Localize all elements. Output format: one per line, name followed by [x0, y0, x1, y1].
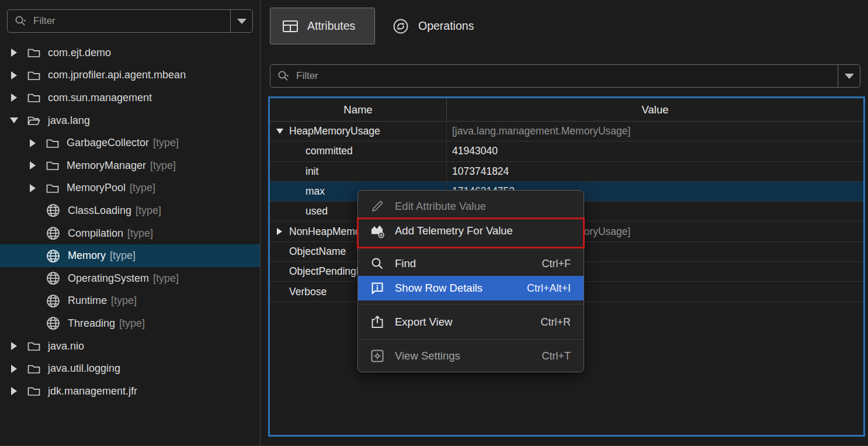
chevron-right-icon[interactable] — [275, 228, 284, 235]
attributes-table-icon — [282, 19, 298, 33]
menu-item-edit-attribute-value: Edit Attribute Value — [358, 194, 584, 219]
chevron-right-icon[interactable] — [9, 49, 19, 57]
info-bubble-icon — [370, 281, 385, 296]
tree-item-runtime[interactable]: Runtime [type] — [0, 290, 260, 313]
globe-icon — [46, 316, 61, 331]
folder-icon — [27, 92, 41, 103]
menu-item-shortcut: Ctrl+Alt+I — [527, 282, 571, 295]
tab-operations[interactable]: Operations — [385, 8, 481, 44]
folder-icon — [27, 363, 41, 375]
tree-item-label: Runtime — [68, 295, 107, 307]
tree-filter-input-wrap — [8, 10, 230, 32]
menu-item-shortcut: Ctrl+F — [542, 258, 571, 270]
menu-item-find[interactable]: Find Ctrl+F — [358, 251, 584, 276]
tree-item-label: com.ejt.demo — [48, 47, 111, 59]
tree-item-memory[interactable]: Memory [type] — [0, 244, 260, 267]
attribute-name: init — [305, 165, 318, 178]
tree-item-com-ejt-demo[interactable]: com.ejt.demo — [0, 42, 260, 64]
mbean-tree: com.ejt.demo com.jprofiler.api.agent.mbe… — [0, 42, 260, 403]
menu-item-label: Show Row Details — [395, 282, 482, 295]
chevron-right-icon[interactable] — [28, 184, 37, 192]
globe-icon — [46, 293, 61, 309]
folder-icon — [46, 137, 60, 149]
tree-item-threading[interactable]: Threading [type] — [0, 312, 260, 335]
chevron-right-icon[interactable] — [9, 387, 19, 395]
tree-item-memorymanager[interactable]: MemoryManager [type] — [0, 154, 260, 177]
attributes-filter — [270, 64, 860, 88]
attribute-name: used — [305, 205, 328, 217]
menu-separator — [358, 304, 584, 305]
attributes-filter-input-wrap — [270, 65, 838, 87]
attributes-filter-dropdown-button[interactable] — [838, 65, 860, 87]
folder-icon — [27, 70, 41, 81]
chevron-right-icon[interactable] — [28, 161, 37, 170]
table-row-heapmemoryusage[interactable]: HeapMemoryUsage [java.lang.management.Me… — [270, 122, 863, 141]
attribute-name: committed — [305, 145, 353, 157]
tree-item-garbagecollector[interactable]: GarbageCollector [type] — [0, 132, 260, 154]
search-icon — [277, 70, 290, 82]
tree-item-type-suffix: [type] — [119, 317, 145, 330]
tree-item-java-lang[interactable]: java.lang — [0, 109, 260, 132]
tab-attributes[interactable]: Attributes — [270, 8, 375, 44]
tree-item-java-util-logging[interactable]: java.util.logging — [0, 357, 260, 380]
chevron-down-icon — [845, 74, 854, 79]
tree-item-memorypool[interactable]: MemoryPool [type] — [0, 177, 260, 200]
column-header-value[interactable]: Value — [447, 98, 863, 121]
tree-item-java-nio[interactable]: java.nio — [0, 335, 260, 358]
menu-item-label: Edit Attribute Value — [395, 200, 486, 213]
tree-item-classloading[interactable]: ClassLoading [type] — [0, 199, 260, 222]
tree-item-type-suffix: [type] — [130, 182, 155, 194]
tree-item-label: java.lang — [48, 115, 90, 127]
tree-filter-dropdown-button[interactable] — [230, 10, 252, 32]
globe-icon — [46, 203, 61, 218]
operations-cycle-icon — [392, 18, 409, 35]
chevron-right-icon[interactable] — [9, 94, 19, 102]
chevron-right-icon[interactable] — [9, 342, 19, 350]
tree-item-com-jprofiler-api-agent-mbean[interactable]: com.jprofiler.api.agent.mbean — [0, 64, 260, 87]
tree-item-label: com.jprofiler.api.agent.mbean — [48, 69, 186, 81]
attribute-name: HeapMemoryUsage — [289, 125, 380, 137]
tree-item-operatingsystem[interactable]: OperatingSystem [type] — [0, 267, 260, 290]
mbean-tree-panel: com.ejt.demo com.jprofiler.api.agent.mbe… — [0, 0, 261, 446]
tree-item-type-suffix: [type] — [153, 272, 179, 285]
attributes-filter-input[interactable] — [295, 70, 838, 82]
tree-item-label: MemoryManager — [67, 160, 146, 172]
tab-label: Operations — [418, 19, 474, 33]
search-icon — [370, 256, 385, 271]
tree-item-type-suffix: [type] — [153, 137, 179, 149]
menu-item-label: Add Telemetry For Value — [395, 224, 513, 237]
column-header-name[interactable]: Name — [270, 98, 447, 121]
globe-icon — [46, 226, 61, 241]
tree-item-label: com.sun.management — [48, 92, 152, 104]
table-row-committed[interactable]: committed 41943040 — [270, 141, 863, 161]
menu-item-view-settings[interactable]: View Settings Ctrl+T — [358, 344, 584, 368]
tree-item-label: Memory — [68, 250, 106, 262]
tree-filter-input[interactable] — [32, 15, 230, 27]
folder-icon — [46, 182, 60, 194]
attribute-name: ObjectName — [289, 246, 346, 258]
table-row-init[interactable]: init 1073741824 — [270, 162, 863, 182]
tree-item-jdk-management-jfr[interactable]: jdk.management.jfr — [0, 380, 260, 403]
menu-item-label: View Settings — [395, 350, 460, 362]
menu-item-export-view[interactable]: Export View Ctrl+R — [358, 310, 584, 334]
menu-item-show-row-details[interactable]: Show Row Details Ctrl+Alt+I — [358, 276, 584, 300]
menu-item-label: Export View — [395, 316, 452, 329]
attribute-value: 41943040 — [447, 141, 863, 161]
folder-open-icon — [27, 115, 41, 126]
chevron-down-icon[interactable] — [275, 129, 284, 134]
menu-item-add-telemetry-for-value[interactable]: Add Telemetry For Value — [358, 219, 584, 243]
menu-item-shortcut: Ctrl+R — [540, 316, 571, 329]
menu-item-label: Find — [395, 257, 416, 270]
chevron-right-icon[interactable] — [9, 365, 19, 373]
folder-icon — [27, 47, 41, 58]
chevron-down-icon[interactable] — [9, 117, 19, 123]
chevron-right-icon[interactable] — [9, 71, 19, 79]
tree-item-com-sun-management[interactable]: com.sun.management — [0, 87, 260, 109]
tree-filter — [7, 9, 253, 33]
attribute-name: max — [305, 185, 325, 198]
chevron-right-icon[interactable] — [28, 139, 37, 147]
telemetry-add-icon — [370, 223, 385, 238]
pencil-icon — [370, 199, 385, 214]
chevron-down-icon — [237, 19, 246, 24]
tree-item-compilation[interactable]: Compilation [type] — [0, 222, 260, 245]
